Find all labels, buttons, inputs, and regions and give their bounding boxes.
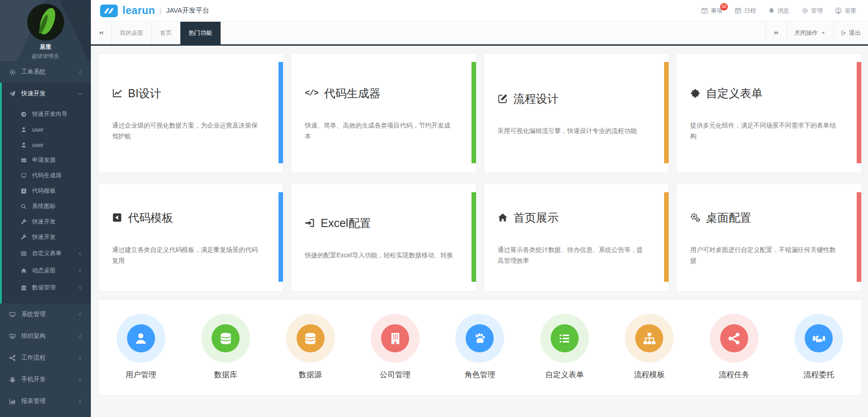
- header-action[interactable]: 管理: [802, 7, 823, 15]
- sidebar-item[interactable]: 系统管理: [0, 303, 91, 325]
- feature-cards-grid: BI设计 通过企业级的可视化数据方案，为企业运营及决策保驾护航 </> 代码生成…: [98, 53, 862, 292]
- logout-button[interactable]: 退出: [833, 22, 868, 44]
- user-circle-icon: [835, 7, 842, 14]
- sidebar-subitem-label: 代码生成器: [32, 171, 61, 180]
- header-action[interactable]: 居里: [835, 7, 856, 15]
- header-action[interactable]: 日程: [735, 7, 756, 15]
- header-action-label: 管理: [811, 7, 823, 15]
- paper-plane-circle-icon: [21, 111, 28, 117]
- quick-link[interactable]: 流程模板: [607, 314, 692, 380]
- header-action-label: 居里: [844, 7, 856, 15]
- chevron-left-icon: [78, 399, 83, 404]
- quick-link-halo: [371, 314, 420, 363]
- sidebar-subitem[interactable]: user: [2, 122, 91, 137]
- sidebar-subitem[interactable]: 数据管理: [2, 279, 91, 296]
- home-icon: [498, 213, 508, 223]
- sidebar-item[interactable]: 工作流程: [0, 347, 91, 369]
- sidebar-subitem[interactable]: 自定义表单: [2, 245, 91, 262]
- header-action[interactable]: 消息: [768, 7, 789, 15]
- header-action[interactable]: 事项 50: [701, 7, 722, 15]
- person-icon: [21, 127, 28, 133]
- sidebar-item[interactable]: 快速开发: [2, 83, 91, 104]
- puzzle-icon: [690, 88, 700, 98]
- card-accent-strip: [278, 62, 283, 163]
- quick-link[interactable]: 自定义表单: [522, 314, 607, 380]
- chalkboard-icon: [9, 333, 17, 340]
- sidebar-item[interactable]: 组织架构: [0, 325, 91, 347]
- feature-card[interactable]: 流程设计 采用可视化编辑流引擎，快速设计专业的流程功能: [484, 53, 669, 173]
- quick-link-label: 流程模板: [634, 370, 665, 380]
- address-card-icon: [21, 157, 28, 163]
- search-icon: [21, 204, 28, 209]
- sidebar-subitem-label: user: [32, 142, 43, 148]
- share-icon: [9, 355, 17, 361]
- quick-link[interactable]: 数据库: [183, 314, 268, 380]
- sidebar-subitem[interactable]: 代码生成器: [2, 168, 91, 183]
- quick-link-label: 角色管理: [464, 370, 495, 380]
- quick-link[interactable]: 角色管理: [438, 314, 522, 380]
- logout-icon: [841, 30, 846, 36]
- tabbar-spacer: [221, 22, 766, 44]
- sidebar-item-label: 手机开发: [21, 375, 46, 384]
- double-right-icon: [774, 30, 779, 37]
- tab[interactable]: 我的桌面: [112, 22, 152, 44]
- feature-card[interactable]: BI设计 通过企业级的可视化数据方案，为企业运营及决策保驾护航: [98, 53, 283, 173]
- feature-card[interactable]: 桌面配置 用户可对桌面进行自定义配置，不错漏任何关键性数据: [676, 184, 862, 292]
- sidebar-subitem[interactable]: 系统图标: [2, 199, 91, 214]
- quick-link-label: 自定义表单: [545, 370, 584, 380]
- quick-links-panel: 用户管理 数据库 数据源 公司管理: [98, 299, 862, 396]
- card-accent-strip: [857, 62, 861, 163]
- sidebar-item-label: 工单系统: [21, 68, 46, 76]
- user-name: 居里: [40, 43, 52, 51]
- chart-area-icon: [9, 398, 17, 405]
- logo-icon: [100, 5, 118, 17]
- feature-card[interactable]: 首页展示 通过展示各类统计数据、待办信息、系统公告等，提高管理效率: [484, 184, 669, 292]
- sidebar-subitem-label: 快速开发向导: [32, 110, 67, 118]
- quick-link[interactable]: 数据源: [268, 314, 353, 380]
- chevron-left-icon: [78, 334, 83, 339]
- sidebar-subitem[interactable]: 快速开发: [2, 229, 91, 245]
- tab[interactable]: 热门功能: [180, 22, 221, 44]
- quick-link[interactable]: 流程任务: [692, 314, 776, 380]
- quick-link[interactable]: 流程委托: [777, 314, 861, 380]
- sidebar-item-label: 系统管理: [21, 310, 46, 318]
- feature-card[interactable]: </> 代码生成器 快速、简单、高效的生成各类项目代码，节约开发成本: [291, 53, 476, 173]
- android-icon: [9, 376, 17, 383]
- sidebar-subitem[interactable]: 快速开发: [2, 214, 91, 229]
- sidebar-subitem[interactable]: user: [2, 137, 91, 152]
- tab[interactable]: 首页: [152, 22, 180, 44]
- chevron-down-icon: [78, 91, 83, 96]
- quick-link-halo: [625, 314, 674, 363]
- sidebar-item[interactable]: 手机开发: [0, 369, 91, 390]
- sidebar-subitem[interactable]: 申请发票: [2, 152, 91, 168]
- quick-link-halo: [201, 314, 250, 363]
- feature-card[interactable]: 代码模板 通过建立各类自定义代码模板，满足重复场景的代码复用: [98, 184, 283, 292]
- quick-link-halo: [540, 314, 589, 363]
- sidebar-item[interactable]: 工单系统: [0, 61, 91, 83]
- feature-card[interactable]: 自定义表单 提供多元化组件，满足不同场景不同需求下的表单结构: [676, 53, 862, 173]
- tabs-scroll-right-button[interactable]: [766, 22, 787, 44]
- avatar[interactable]: [27, 4, 64, 41]
- card-title-text: Excel配置: [321, 216, 371, 231]
- tabs-scroll-left-button[interactable]: [91, 22, 112, 44]
- sidebar-subitem[interactable]: 动态桌面: [2, 262, 91, 279]
- card-title-text: 代码模板: [128, 210, 173, 225]
- brand[interactable]: learun | JAVA开发平台: [100, 5, 209, 17]
- quick-link[interactable]: 公司管理: [353, 314, 437, 380]
- sidebar-subitem[interactable]: 代码模板: [2, 183, 91, 199]
- top-header: learun | JAVA开发平台 事项 50 日程 消息: [91, 0, 868, 22]
- sidebar-item[interactable]: 报表管理: [0, 390, 91, 412]
- calendar-icon: [735, 7, 741, 14]
- quick-link-halo: [710, 314, 759, 363]
- wrench-icon: [21, 234, 28, 240]
- feature-card[interactable]: Excel配置 快捷的配置Excel导入功能，轻松实现数据移动、转换: [291, 184, 476, 292]
- close-operations-dropdown[interactable]: 关闭操作: [787, 22, 833, 44]
- quick-link[interactable]: 用户管理: [99, 314, 183, 380]
- chevron-left-icon: [78, 355, 83, 360]
- sidebar-subitem[interactable]: 快速开发向导: [2, 106, 91, 122]
- quick-link-label: 流程委托: [803, 370, 834, 380]
- paper-plane-icon: [9, 90, 17, 97]
- sidebar-section: 组织架构: [0, 325, 91, 347]
- wrench-icon: [21, 219, 28, 225]
- quick-link-label: 公司管理: [380, 370, 410, 380]
